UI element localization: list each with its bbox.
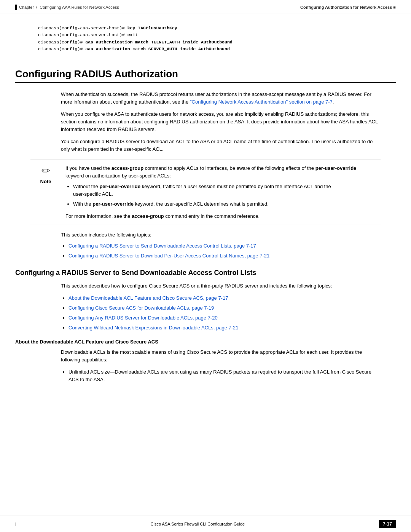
note-bullet-1: Without the per-user-override keyword, t… [73, 183, 342, 198]
note-text-before1: If you have used the [65, 165, 112, 171]
code-bold-1: key TACPlusUauthKey [127, 26, 177, 30]
subsection-topic-4: Converting Wildcard Netmask Expressions … [68, 324, 373, 332]
sub-subsection-title: About the Downloadable ACL Feature and C… [15, 339, 396, 345]
note-box: ✏ Note If you have used the access-group… [30, 160, 381, 225]
code-prefix-1: ciscoasa(config-aaa-server-host)# [38, 26, 127, 30]
note-text-after2: keyword on authorization by user-specifi… [65, 173, 171, 179]
subsection-topic-4-link[interactable]: Converting Wildcard Netmask Expressions … [68, 325, 239, 331]
header-right-bar: ■ [393, 5, 396, 10]
footer-right: 7-17 [379, 520, 396, 528]
note-bold2: per-user-override [315, 165, 357, 171]
code-bold-3: aaa authentication match TELNET_AUTH ins… [85, 40, 232, 45]
note-icon-area: ✏ Note [30, 165, 61, 184]
code-prefix-2: ciscoasa(config-aaa-server-host)# [38, 32, 127, 37]
subsection-title: Configuring a RADIUS Server to Send Down… [15, 269, 396, 277]
code-line-3: ciscoasa(config)# aaa authentication mat… [38, 39, 388, 46]
section-title: Configuring RADIUS Authorization [15, 68, 396, 83]
note-footer-bold: access-group [132, 213, 164, 219]
page-header: Chapter 7 Configuring AAA Rules for Netw… [0, 0, 411, 13]
section-para2: When you configure the ASA to authentica… [15, 110, 396, 133]
note-bullet-2: With the per-user-override keyword, the … [73, 200, 342, 208]
section-topics-list: Configuring a RADIUS Server to Send Down… [15, 242, 396, 260]
section-para1: When authentication succeeds, the RADIUS… [15, 91, 396, 106]
subsection-topic-2: Configuring Cisco Secure ACS for Downloa… [68, 304, 373, 312]
para1-end: . [333, 99, 334, 105]
section-topic-2: Configuring a RADIUS Server to Download … [68, 252, 373, 260]
subsection-topic-2-link[interactable]: Configuring Cisco Secure ACS for Downloa… [68, 305, 214, 311]
section-topic-1-link[interactable]: Configuring a RADIUS Server to Send Down… [68, 243, 256, 249]
note-bullet1-bold: per-user-override [99, 184, 140, 189]
header-left-bar [15, 5, 17, 10]
code-bold-4: aaa authorization match SERVER_AUTH insi… [85, 46, 230, 51]
code-line-1: ciscoasa(config-aaa-server-host)# key TA… [38, 25, 388, 32]
subsection-intro: This section describes how to configure … [15, 282, 396, 290]
header-right-title: Configuring Authorization for Network Ac… [300, 5, 392, 10]
subsection-topic-3: Configuring Any RADIUS Server for Downlo… [68, 314, 373, 322]
code-prefix-4: ciscoasa(config)# [38, 46, 85, 51]
note-label: Note [40, 179, 51, 184]
code-line-4: ciscoasa(config)# aaa authorization matc… [38, 46, 388, 53]
section-para3: You can configure a RADIUS server to dow… [15, 138, 396, 153]
subsection-topic-1: About the Downloadable ACL Feature and C… [68, 294, 373, 302]
header-chapter-label: Chapter 7 [19, 5, 37, 10]
subsection-topic-1-link[interactable]: About the Downloadable ACL Feature and C… [68, 295, 228, 301]
page-number: 7-17 [379, 520, 396, 528]
code-prefix-3: ciscoasa(config)# [38, 40, 85, 45]
note-bullet2-bold: per-user-override [92, 201, 134, 207]
page: Chapter 7 Configuring AAA Rules for Netw… [0, 0, 411, 532]
header-chapter-title: Configuring AAA Rules for Network Access [40, 5, 119, 10]
note-text-after1: command to apply ACLs to interfaces, be … [143, 165, 315, 171]
subsection-topic-3-link[interactable]: Configuring Any RADIUS Server for Downlo… [68, 315, 218, 321]
topics-intro: This section includes the following topi… [15, 231, 396, 239]
sub-subsection-para1: Downloadable ACLs is the most scalable m… [15, 348, 396, 364]
page-footer: | Cisco ASA Series Firewall CLI Configur… [0, 516, 411, 532]
note-footer-text: For more information, see the access-gro… [65, 212, 365, 220]
note-text-content: If you have used the access-group comman… [65, 165, 381, 220]
note-bullets: Without the per-user-override keyword, t… [65, 183, 365, 208]
header-right: Configuring Authorization for Network Ac… [300, 5, 396, 10]
sub-subsection-bullets: Unlimited ACL size—Downloadable ACLs are… [15, 368, 396, 383]
main-content: ciscoasa(config-aaa-server-host)# key TA… [0, 13, 411, 411]
footer-left-bar: | [15, 522, 16, 526]
note-bold1: access-group [112, 165, 144, 171]
code-block: ciscoasa(config-aaa-server-host)# key TA… [15, 21, 396, 57]
note-pencil-icon: ✏ [41, 165, 50, 177]
code-bold-2: exit [127, 32, 138, 37]
code-line-2: ciscoasa(config-aaa-server-host)# exit [38, 32, 388, 38]
sub-subsection-bullet-1: Unlimited ACL size—Downloadable ACLs are… [68, 368, 373, 383]
subsection-topics-list: About the Downloadable ACL Feature and C… [15, 294, 396, 332]
para1-link[interactable]: "Configuring Network Access Authenticati… [190, 99, 333, 105]
footer-title: Cisco ASA Series Firewall CLI Configurat… [151, 522, 245, 526]
section-topic-1: Configuring a RADIUS Server to Send Down… [68, 242, 373, 250]
section-topic-2-link[interactable]: Configuring a RADIUS Server to Download … [68, 253, 269, 259]
header-left: Chapter 7 Configuring AAA Rules for Netw… [15, 5, 119, 10]
